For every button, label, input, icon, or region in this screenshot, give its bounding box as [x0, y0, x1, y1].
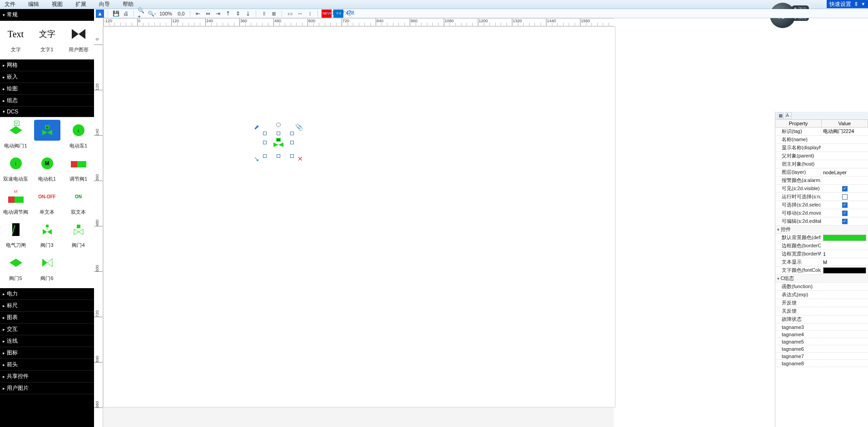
palette-valve6[interactable]: 阀门6 — [31, 252, 63, 282]
resize-handle-w[interactable] — [263, 141, 267, 144]
property-value[interactable] — [821, 341, 868, 342]
property-value[interactable] — [821, 245, 868, 246]
link-out-icon[interactable]: ↘ — [254, 155, 259, 162]
property-value[interactable] — [821, 311, 868, 312]
property-value[interactable] — [821, 139, 868, 140]
property-row[interactable]: tagname4 — [775, 331, 868, 338]
palette-valve5[interactable]: 阀门5 — [0, 252, 31, 282]
zoom-level[interactable]: 100% — [159, 11, 172, 16]
delete-icon[interactable]: ✕ — [298, 155, 303, 162]
link-in-icon[interactable]: ⬈ — [254, 123, 259, 131]
property-row[interactable]: 宿主对象(host) — [775, 160, 868, 168]
sameheight-button[interactable]: ↕ — [306, 10, 314, 18]
property-value[interactable] — [821, 164, 868, 165]
property-value[interactable] — [821, 303, 868, 304]
property-row[interactable]: 图层(layer)nodeLayer — [775, 168, 868, 177]
property-group[interactable]: C组态 — [775, 275, 868, 283]
palette-valve3[interactable]: 阀门3 — [31, 219, 63, 249]
palette-pump1[interactable]: ↓ 电动泵1 — [63, 120, 94, 149]
resize-handle-nw[interactable] — [263, 132, 267, 135]
category-ruler[interactable]: 标尺 — [0, 300, 94, 312]
property-group[interactable]: 控件 — [775, 226, 868, 234]
category-userimage[interactable]: 用户图片 — [0, 383, 94, 394]
selected-node[interactable]: M 📎 ✕ ↘ ⬈ — [265, 129, 292, 156]
property-value[interactable]: nodeLayer — [821, 169, 868, 176]
category-icon[interactable]: 图标 — [0, 347, 94, 359]
property-row[interactable]: 运行时可选择(s:runtim — [775, 193, 868, 201]
menu-help[interactable]: 帮助 — [123, 0, 134, 8]
property-value[interactable] — [821, 286, 868, 287]
resize-handle-e[interactable] — [290, 141, 294, 144]
property-value[interactable] — [821, 180, 868, 181]
attachment-icon[interactable]: 📎 — [295, 123, 303, 131]
property-value[interactable] — [821, 294, 868, 295]
property-row[interactable]: 报警颜色(a:alarm.colo — [775, 177, 868, 185]
pointer-tool[interactable]: ▲ — [96, 10, 104, 18]
align-top-button[interactable]: ⤒ — [224, 10, 232, 18]
category-chart[interactable]: 图表 — [0, 312, 94, 324]
property-row[interactable]: 默认背景颜色(defback — [775, 234, 868, 242]
category-interact[interactable]: 交互 — [0, 324, 94, 335]
palette-dualpump[interactable]: ↓ 双速电动泵 — [0, 153, 31, 182]
category-network[interactable]: 网格 — [0, 59, 94, 71]
property-row[interactable]: 名称(name) — [775, 136, 868, 144]
category-connector[interactable]: 连线 — [0, 335, 94, 347]
property-row[interactable]: 故障状态 — [775, 315, 868, 324]
property-row[interactable]: 文字颜色(fontColor) — [775, 266, 868, 275]
rotate-handle[interactable] — [276, 123, 281, 127]
align-left-button[interactable]: ⇤ — [194, 10, 202, 18]
palette-dualtext[interactable]: ON 双文本 — [63, 186, 94, 216]
palette-motorregvalve[interactable]: M 电动调节阀 — [0, 186, 31, 216]
palette-usershape[interactable]: 用户图形 — [63, 24, 94, 53]
property-row[interactable]: 函数(function) — [775, 283, 868, 291]
palette-singletext[interactable]: ON-OFF 单文本 — [31, 186, 63, 216]
property-value[interactable] — [821, 267, 868, 274]
dist-v-button[interactable]: ≣ — [270, 10, 278, 18]
menu-guide[interactable]: 向导 — [99, 0, 110, 8]
property-value[interactable] — [821, 356, 868, 357]
canvas[interactable]: M 📎 ✕ ↘ ⬈ — [103, 26, 615, 407]
palette-motor1[interactable]: M 电动机1 — [31, 153, 63, 182]
property-row[interactable]: 可见(s:2d.visible) — [775, 185, 868, 193]
property-value[interactable] — [821, 348, 868, 349]
resize-handle-s[interactable] — [277, 154, 280, 158]
menu-extend[interactable]: 扩展 — [75, 0, 86, 8]
checkbox[interactable] — [842, 202, 848, 208]
property-value[interactable]: 电动阀门2224 — [821, 128, 868, 135]
menu-edit[interactable]: 编辑 — [28, 0, 39, 8]
category-config[interactable]: 组态 — [0, 95, 94, 107]
property-value[interactable] — [821, 147, 868, 148]
palette-regvalve1[interactable]: 调节阀1 — [63, 153, 94, 182]
property-value[interactable] — [821, 202, 868, 208]
property-value[interactable] — [821, 234, 868, 241]
property-row[interactable]: 表达式(exp) — [775, 291, 868, 299]
property-value[interactable] — [821, 156, 868, 157]
resize-handle-sw[interactable] — [263, 154, 267, 158]
menu-view[interactable]: 视图 — [52, 0, 63, 8]
property-row[interactable]: 可编辑(s:2d.editable) — [775, 217, 868, 226]
property-row[interactable]: tagname8 — [775, 360, 868, 367]
category-dcs[interactable]: DCS — [0, 107, 94, 117]
property-row[interactable]: 可移动(s:2d.movable) — [775, 209, 868, 217]
palette-motorvalve1[interactable]: M 电动阀门1 — [0, 120, 31, 149]
samewidth-button[interactable]: ↔ — [296, 10, 304, 18]
prop-tab-sort[interactable]: A↓ — [785, 113, 792, 119]
palette-valve4[interactable]: 阀门4 — [63, 219, 94, 249]
checkbox[interactable] — [842, 194, 848, 200]
canvas-area[interactable]: M 📎 ✕ ↘ ⬈ — [103, 26, 614, 427]
zoom-in-button[interactable]: 🔍+ — [138, 10, 146, 18]
property-value[interactable] — [821, 327, 868, 328]
property-value[interactable] — [821, 194, 868, 200]
property-row[interactable]: 可选择(s:2d.selectable — [775, 201, 868, 209]
dist-h-button[interactable]: ⫴ — [260, 10, 268, 18]
property-row[interactable]: tagname3 — [775, 324, 868, 331]
save-button[interactable]: 💾 — [112, 10, 120, 18]
property-row[interactable]: 显示名称(displayName — [775, 144, 868, 152]
property-row[interactable]: tagname6 — [775, 345, 868, 353]
palette-text[interactable]: Text 文字 — [0, 24, 31, 53]
category-arrow[interactable]: 箭头 — [0, 359, 94, 371]
checkbox[interactable] — [842, 186, 848, 191]
property-row[interactable]: 关反馈 — [775, 307, 868, 315]
zoom-out-button[interactable]: 🔍- — [148, 10, 156, 18]
property-row[interactable]: 文本显示M — [775, 258, 868, 266]
